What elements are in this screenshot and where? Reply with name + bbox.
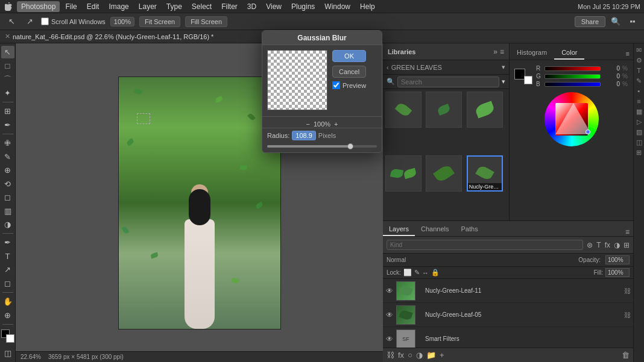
layer-vis-smart[interactable]: 👁 bbox=[385, 335, 394, 343]
dialog-zoom-out-btn[interactable]: − bbox=[306, 120, 309, 128]
tool-quick-mask[interactable]: ◫ bbox=[1, 347, 14, 360]
tab-paths[interactable]: Paths bbox=[455, 223, 484, 236]
menu-filter[interactable]: Filter bbox=[217, 1, 242, 12]
lib-item-0[interactable] bbox=[385, 92, 421, 128]
dialog-zoom-in-btn[interactable]: + bbox=[334, 120, 338, 128]
rs-btn-1[interactable]: ✉ bbox=[635, 46, 643, 54]
dialog-preview-input[interactable] bbox=[332, 81, 340, 89]
cs-r-track[interactable] bbox=[545, 66, 601, 71]
tool-gradient[interactable]: ▥ bbox=[1, 204, 14, 217]
tool-arrow2[interactable]: ↗ bbox=[23, 15, 36, 28]
lib-item-5[interactable]: Nucly-Green-L... bbox=[467, 155, 503, 192]
menu-view[interactable]: View bbox=[262, 1, 286, 12]
tool-colors[interactable] bbox=[1, 329, 14, 342]
tool-magic-wand[interactable]: ✦ bbox=[1, 86, 14, 99]
layer-delete-btn[interactable]: 🗑 bbox=[622, 351, 630, 360]
lock-pixels-btn[interactable]: ✎ bbox=[414, 269, 420, 276]
tool-text[interactable]: T bbox=[1, 250, 14, 263]
lib-item-4[interactable] bbox=[426, 155, 462, 192]
rs-btn-2[interactable]: ⚙ bbox=[635, 56, 643, 64]
tool-eraser[interactable]: ◻ bbox=[1, 191, 14, 204]
layer-vis-nucly-05[interactable]: 👁 bbox=[385, 311, 394, 319]
lock-transparent-btn[interactable]: ⬜ bbox=[403, 269, 412, 276]
lib-item-1[interactable] bbox=[426, 92, 462, 128]
menu-file[interactable]: File bbox=[61, 1, 81, 12]
tab-close-btn[interactable]: ✕ bbox=[5, 33, 10, 40]
fit-screen-btn[interactable]: Fit Screen bbox=[139, 16, 180, 27]
tool-arrow[interactable]: ↖ bbox=[5, 15, 18, 28]
tool-brush[interactable]: ✎ bbox=[1, 150, 14, 163]
tool-shape[interactable]: ◻ bbox=[1, 277, 14, 290]
rs-btn-9[interactable]: ▨ bbox=[635, 128, 643, 136]
color-panel-menu[interactable]: ≡ bbox=[622, 48, 633, 60]
tool-hand[interactable]: ✋ bbox=[1, 295, 14, 308]
tool-path-selection[interactable]: ↗ bbox=[1, 263, 14, 276]
tool-lasso[interactable]: ⌒ bbox=[1, 73, 14, 86]
apple-menu[interactable] bbox=[4, 2, 13, 11]
menu-photoshop[interactable]: Photoshop bbox=[17, 1, 60, 12]
layer-fx-icon[interactable]: fx bbox=[605, 241, 610, 249]
libraries-menu-btn[interactable]: ≡ bbox=[500, 48, 504, 56]
layers-panel-menu-btn[interactable]: ≡ bbox=[625, 228, 630, 236]
tool-move[interactable]: ↖ bbox=[1, 46, 14, 58]
layers-search-input[interactable] bbox=[387, 240, 583, 250]
scroll-all-input[interactable] bbox=[41, 17, 49, 25]
layer-filter-icon[interactable]: T bbox=[596, 241, 601, 249]
menu-edit[interactable]: Edit bbox=[83, 1, 104, 12]
tool-history[interactable]: ⟲ bbox=[1, 177, 14, 190]
tab-channels[interactable]: Channels bbox=[415, 223, 455, 236]
search-btn[interactable]: 🔍 bbox=[609, 15, 622, 28]
layer-fx-footer-btn[interactable]: fx bbox=[398, 351, 404, 360]
share-btn[interactable]: Share bbox=[575, 16, 605, 27]
layers-opacity-input[interactable] bbox=[605, 255, 630, 264]
layer-vis-nucly-11[interactable]: 👁 bbox=[385, 287, 394, 295]
workspace-btn[interactable]: ▪▪ bbox=[626, 15, 639, 28]
tool-pen[interactable]: ✒ bbox=[1, 236, 14, 249]
fill-screen-btn[interactable]: Fill Screen bbox=[185, 16, 227, 27]
dialog-preview-check[interactable]: Preview bbox=[332, 81, 366, 89]
tool-clone[interactable]: ⊕ bbox=[1, 164, 14, 176]
background-color[interactable] bbox=[6, 334, 14, 343]
menu-image[interactable]: Image bbox=[104, 1, 133, 12]
libraries-back-btn[interactable]: ‹ bbox=[387, 64, 389, 71]
color-wheel[interactable] bbox=[545, 92, 599, 146]
cs-b-track[interactable] bbox=[545, 82, 601, 87]
lib-item-3[interactable] bbox=[385, 155, 421, 192]
layer-row-nucly-05[interactable]: 👁 Nucly-Green-Leaf-05 ⛓ bbox=[383, 303, 633, 327]
scroll-all-checkbox[interactable]: Scroll All Windows bbox=[41, 17, 106, 25]
lib-item-2[interactable] bbox=[467, 92, 503, 128]
rs-btn-11[interactable]: ⊞ bbox=[635, 148, 643, 157]
menu-type[interactable]: Type bbox=[162, 1, 186, 12]
layer-row-nucly-11[interactable]: 👁 Nucly-Green-Leaf-11 ⛓ bbox=[383, 279, 633, 303]
lock-all-btn[interactable]: 🔒 bbox=[431, 269, 440, 276]
radius-slider-thumb[interactable] bbox=[347, 143, 353, 149]
tab-color[interactable]: Color bbox=[554, 46, 584, 60]
tool-zoom[interactable]: ⊕ bbox=[1, 309, 14, 322]
tab-layers[interactable]: Layers bbox=[383, 223, 415, 236]
menu-select[interactable]: Select bbox=[188, 1, 216, 12]
rs-btn-3[interactable]: T bbox=[635, 66, 643, 75]
menu-3d[interactable]: 3D bbox=[243, 1, 260, 12]
menu-window[interactable]: Window bbox=[320, 1, 355, 12]
color-swatches[interactable] bbox=[514, 69, 532, 84]
layer-group-btn[interactable]: 📁 bbox=[426, 351, 436, 360]
libraries-view-toggle[interactable]: ▾ bbox=[502, 78, 505, 86]
rs-btn-8[interactable]: ▷ bbox=[635, 117, 643, 126]
rs-btn-10[interactable]: ◫ bbox=[635, 138, 643, 146]
radius-value[interactable]: 108.9 bbox=[292, 131, 316, 140]
bg-swatch[interactable] bbox=[524, 76, 532, 84]
rs-btn-7[interactable]: ▦ bbox=[635, 107, 643, 116]
dialog-ok-btn[interactable]: OK bbox=[332, 50, 366, 62]
layer-kind-icon[interactable]: ⊛ bbox=[587, 241, 593, 249]
layer-smartobj-icon[interactable]: ⊞ bbox=[623, 241, 630, 249]
layer-adjust-icon[interactable]: ◑ bbox=[614, 241, 620, 249]
menu-help[interactable]: Help bbox=[356, 1, 379, 12]
tab-histogram[interactable]: Histogram bbox=[510, 46, 554, 60]
layer-mask-btn[interactable]: ○ bbox=[408, 351, 412, 360]
rs-btn-6[interactable]: ≡ bbox=[635, 97, 643, 105]
tool-marquee[interactable]: □ bbox=[1, 59, 14, 72]
tool-crop[interactable]: ⊞ bbox=[1, 105, 14, 117]
libraries-nav-collapse[interactable]: ▾ bbox=[502, 63, 505, 71]
layer-row-smart-filters[interactable]: 👁 SF Smart Filters bbox=[383, 327, 633, 348]
menu-plugins[interactable]: Plugins bbox=[287, 1, 319, 12]
